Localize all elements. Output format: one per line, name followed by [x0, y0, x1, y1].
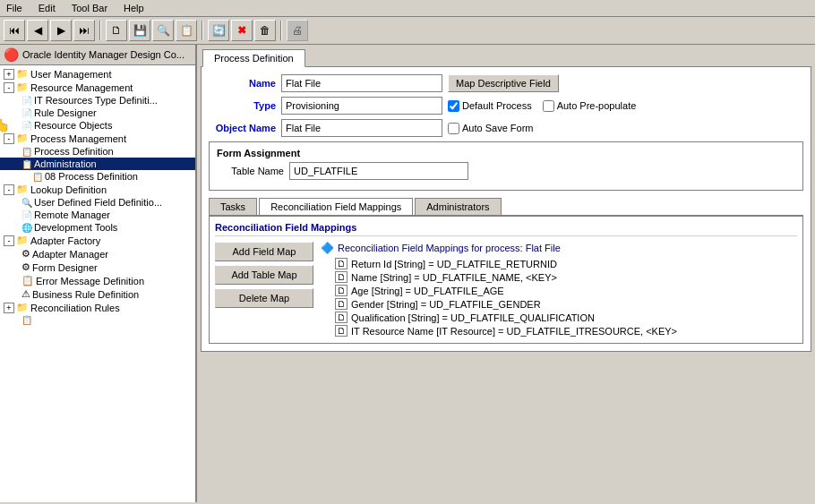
delete-button[interactable]: ✖ [231, 20, 253, 41]
folder-icon-process: 📁 [16, 132, 29, 144]
recon-tree: 🔷 Reconciliation Field Mappings for proc… [321, 242, 797, 337]
add-field-map-button[interactable]: Add Field Map [215, 242, 313, 261]
map-descriptive-field-button[interactable]: Map Descriptive Field [448, 74, 559, 92]
sidebar-item-lookup[interactable]: 🔍 User Defined Field Definitio... [0, 196, 195, 209]
sidebar-item-user-management[interactable]: + 📁 User Management [0, 67, 195, 81]
form-assignment-section: Form Assignment Table Name [209, 141, 803, 191]
refresh-button[interactable]: 🔄 [208, 20, 229, 41]
sidebar-item-business-rule[interactable]: + 📁 Reconciliation Rules [0, 301, 195, 314]
sidebar-label-08: 08 Process Definition [45, 171, 138, 182]
content-area: Process Definition Name Map Descriptive … [197, 45, 815, 502]
page-icon-5: 🗋 [335, 325, 347, 337]
recon-item-0[interactable]: 🗋 Return Id [String] = UD_FLATFILE_RETUR… [321, 257, 797, 270]
sidebar-label-dev-tools: Adapter Factory [30, 235, 100, 246]
trash-button[interactable]: 🗑 [254, 20, 276, 41]
sidebar-item-recon-rules[interactable]: 📋 [0, 314, 195, 326]
expand-process-management[interactable]: - [4, 133, 14, 144]
icon-form-designer: 📋 [21, 275, 34, 286]
find-button[interactable]: 🔍 [152, 20, 174, 41]
auto-save-checkbox[interactable] [448, 123, 459, 134]
expand-resource-management[interactable]: - [4, 82, 14, 93]
prev-button[interactable]: ◀ [27, 20, 48, 41]
sidebar-label-administration: Lookup Definition [30, 184, 107, 195]
icon-recon-rules: 📋 [21, 315, 32, 325]
sidebar-item-resource-management[interactable]: - 📁 Resource Management [0, 81, 195, 94]
object-name-input[interactable] [281, 119, 442, 137]
auto-save-checkbox-item: Auto Save Form [448, 123, 533, 134]
name-input[interactable] [281, 74, 442, 92]
folder-icon-resource: 📁 [16, 81, 29, 93]
sidebar-label-adapter-factory: Adapter Manager [32, 249, 108, 260]
table-name-input[interactable] [289, 162, 468, 180]
new-button[interactable]: 🗋 [106, 20, 127, 41]
menu-file[interactable]: File [4, 2, 25, 14]
recon-item-3[interactable]: 🗋 Gender [String] = UD_FLATFILE_GENDER [321, 297, 797, 311]
sidebar-label-form-designer: Error Message Definition [36, 276, 144, 286]
expand-dev-tools[interactable]: - [4, 235, 14, 246]
tab-recon-field-mappings[interactable]: Reconciliation Field Mappings [259, 198, 413, 215]
menu-edit[interactable]: Edit [36, 2, 58, 14]
sidebar-label-process-management: Process Management [30, 133, 126, 144]
name-row: Name Map Descriptive Field [209, 74, 803, 92]
sidebar-item-dev-tools[interactable]: - 📁 Adapter Factory [0, 234, 195, 247]
main-layout: 🔴 Oracle Identity Manager Design Co... +… [0, 45, 815, 502]
tab-process-definition-label: Process Definition [214, 53, 294, 64]
doc-icon-rule: 📄 [21, 108, 32, 118]
sidebar-item-remote-manager[interactable]: 🌐 Development Tools [0, 221, 195, 234]
sidebar-label-adapter-manager: Form Designer [32, 262, 98, 273]
auto-prepopulate-checkbox-item: Auto Pre-populate [543, 100, 637, 112]
sidebar-item-form-designer[interactable]: 📋 Error Message Definition [0, 274, 195, 287]
recon-item-label-2: Age [String] = UD_FLATFILE_AGE [351, 286, 504, 296]
type-row: Type Default Process Auto Pre-populate [209, 97, 803, 115]
main-panel: Name Map Descriptive Field Type Default … [201, 66, 811, 352]
expand-administration[interactable]: - [4, 184, 14, 195]
default-process-checkbox[interactable] [448, 100, 459, 112]
expand-user-management[interactable]: + [4, 69, 14, 80]
expand-business-rule[interactable]: + [4, 303, 14, 313]
add-table-map-button[interactable]: Add Table Map [215, 265, 313, 285]
first-button[interactable]: ⏮ [4, 20, 25, 41]
doc-icon-process-def: 📋 [21, 159, 32, 169]
sidebar-label-lookup: User Defined Field Definitio... [34, 197, 162, 208]
sidebar-item-it-resources[interactable]: 📄 IT Resources Type Definiti... [0, 94, 195, 107]
print-button[interactable]: 🖨 [287, 20, 308, 41]
sidebar-item-resource-objects[interactable]: 📄 Resource Objects 👆 [0, 119, 195, 132]
recon-item-5[interactable]: 🗋 IT Resource Name [IT Resource] = UD_FL… [321, 324, 797, 337]
page-icon-1: 🗋 [335, 271, 347, 283]
oim-icon: 🔴 [4, 47, 19, 62]
recon-item-1[interactable]: 🗋 Name [String] = UD_FLATFILE_NAME, <KEY… [321, 270, 797, 284]
save-button[interactable]: 💾 [129, 20, 150, 41]
tab-administrators[interactable]: Administrators [415, 198, 501, 215]
sidebar-label-remote-manager: Development Tools [34, 222, 117, 233]
sidebar-item-rule-designer[interactable]: 📄 Rule Designer [0, 107, 195, 119]
sidebar-item-user-defined[interactable]: 📄 Remote Manager [0, 209, 195, 221]
sidebar-item-adapter-factory[interactable]: ⚙ Adapter Manager [0, 247, 195, 261]
sidebar-item-adapter-manager[interactable]: ⚙ Form Designer [0, 261, 195, 274]
auto-prepopulate-checkbox[interactable] [543, 100, 554, 112]
delete-map-button[interactable]: Delete Map [215, 288, 313, 308]
recon-item-4[interactable]: 🗋 Qualification [String] = UD_FLATFILE_Q… [321, 311, 797, 324]
type-input[interactable] [281, 97, 442, 115]
sidebar-item-administration[interactable]: - 📁 Lookup Definition [0, 183, 195, 196]
menu-help[interactable]: Help [121, 2, 147, 14]
menu-toolbar[interactable]: Tool Bar [69, 2, 110, 14]
sidebar-item-email-definition[interactable]: 📋 Process Definition [0, 145, 195, 158]
copy-button[interactable]: 📋 [176, 20, 197, 41]
sidebar-item-process-management[interactable]: - 📁 Process Management [0, 132, 195, 145]
last-button[interactable]: ⏭ [73, 20, 95, 41]
table-name-label: Table Name [217, 166, 284, 176]
tab-tasks[interactable]: Tasks [209, 198, 257, 215]
sidebar-label-email-definition: Process Definition [34, 146, 114, 157]
play-button[interactable]: ▶ [50, 20, 72, 41]
tab-process-definition[interactable]: Process Definition [202, 49, 305, 67]
sidebar: 🔴 Oracle Identity Manager Design Co... +… [0, 45, 197, 502]
sidebar-label-error-message: Business Rule Definition [32, 289, 139, 300]
recon-item-label-5: IT Resource Name [IT Resource] = UD_FLAT… [351, 326, 677, 337]
recon-item-2[interactable]: 🗋 Age [String] = UD_FLATFILE_AGE [321, 284, 797, 297]
sidebar-item-process-def-08[interactable]: 📋 08 Process Definition [0, 170, 195, 183]
recon-root-label: Reconciliation Field Mappings for proces… [338, 243, 561, 253]
tab-administrators-label: Administrators [426, 201, 489, 212]
page-icon-4: 🗋 [335, 312, 347, 323]
sidebar-item-process-definition[interactable]: 📋 Administration [0, 158, 195, 170]
sidebar-item-error-message[interactable]: ⚠ Business Rule Definition [0, 287, 195, 301]
